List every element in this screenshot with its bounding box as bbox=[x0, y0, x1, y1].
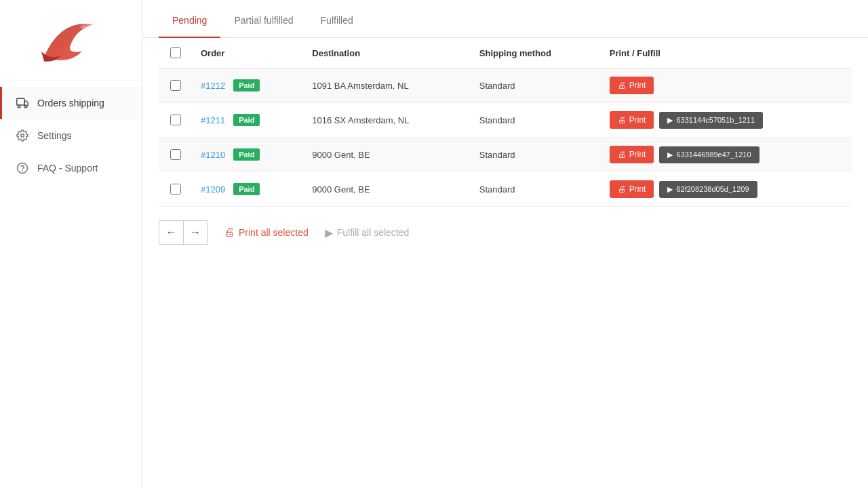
truck-icon bbox=[16, 96, 29, 110]
destination-column-header: Destination bbox=[304, 38, 471, 68]
action-cell: 🖨 Print ▶ 6331446989e47_1210 bbox=[601, 138, 852, 172]
select-all-column bbox=[159, 38, 193, 68]
logo-icon bbox=[27, 14, 115, 68]
sidebar-item-faq[interactable]: FAQ - Support bbox=[0, 152, 142, 184]
print-all-selected-button[interactable]: 🖨 Print all selected bbox=[224, 226, 309, 239]
print-button[interactable]: 🖨 Print bbox=[610, 146, 654, 163]
svg-rect-0 bbox=[17, 98, 24, 105]
order-cell: #1209 Paid bbox=[193, 172, 304, 207]
fulfill-icon: ▶ bbox=[667, 116, 673, 125]
table-row: #1210 Paid 9000 Gent, BEStandard 🖨 Print… bbox=[159, 138, 852, 172]
paid-badge: Paid bbox=[233, 183, 260, 195]
paid-badge: Paid bbox=[233, 79, 260, 92]
order-cell: #1211 Paid bbox=[193, 103, 304, 138]
order-link[interactable]: #1211 bbox=[201, 115, 225, 125]
order-link[interactable]: #1212 bbox=[201, 81, 225, 91]
shipping-method-cell: Standard bbox=[471, 103, 601, 138]
svg-point-3 bbox=[21, 134, 24, 138]
print-icon: 🖨 bbox=[618, 115, 626, 125]
svg-point-2 bbox=[24, 105, 27, 108]
row-checkbox-cell bbox=[159, 68, 193, 103]
prev-page-button[interactable]: ← bbox=[159, 220, 183, 245]
row-checkbox-row-1212[interactable] bbox=[170, 80, 181, 91]
destination-cell: 1091 BA Amsterdam, NL bbox=[304, 68, 471, 103]
tabs-bar: Pending Partial fulfilled Fulfilled bbox=[142, 0, 868, 38]
fulfill-button[interactable]: ▶ 62f208238d05d_1209 bbox=[659, 181, 757, 198]
row-checkbox-row-1210[interactable] bbox=[170, 149, 181, 160]
next-page-button[interactable]: → bbox=[183, 220, 208, 245]
fulfill-button[interactable]: ▶ 6331144c57051b_1211 bbox=[659, 112, 763, 129]
destination-cell: 9000 Gent, BE bbox=[304, 138, 471, 172]
question-icon bbox=[16, 161, 29, 175]
sidebar-item-label: FAQ - Support bbox=[37, 163, 98, 174]
print-icon: 🖨 bbox=[618, 150, 626, 159]
action-cell: 🖨 Print ▶ 6331144c57051b_1211 bbox=[601, 103, 852, 138]
order-link[interactable]: #1210 bbox=[201, 150, 225, 160]
fulfill-button[interactable]: ▶ 6331446989e47_1210 bbox=[659, 146, 759, 163]
destination-cell: 1016 SX Amsterdam, NL bbox=[304, 103, 471, 138]
logo bbox=[0, 0, 142, 81]
order-cell: #1212 Paid bbox=[193, 68, 304, 103]
fulfill-bulk-icon: ▶ bbox=[325, 226, 333, 239]
sidebar-item-orders-shipping[interactable]: Orders shipping bbox=[0, 87, 142, 119]
content-area: Pending Partial fulfilled Fulfilled bbox=[142, 0, 868, 488]
sidebar-item-settings[interactable]: Settings bbox=[0, 119, 142, 152]
print-fulfill-column-header: Print / Fulfill bbox=[601, 38, 852, 68]
orders-table-container: Order Destination Shipping method Print … bbox=[142, 38, 868, 207]
sidebar-item-label: Settings bbox=[37, 130, 72, 141]
sidebar: Orders shipping Settings FAQ - Support bbox=[0, 0, 142, 488]
print-button[interactable]: 🖨 Print bbox=[610, 111, 654, 129]
shipping-method-cell: Standard bbox=[471, 138, 601, 172]
table-row: #1212 Paid 1091 BA Amsterdam, NLStandard… bbox=[159, 68, 852, 103]
row-checkbox-cell bbox=[159, 172, 193, 207]
select-all-checkbox[interactable] bbox=[170, 47, 181, 58]
shipping-method-column-header: Shipping method bbox=[471, 38, 601, 68]
tab-fulfilled[interactable]: Fulfilled bbox=[307, 4, 367, 38]
paid-badge: Paid bbox=[233, 148, 260, 161]
destination-cell: 9000 Gent, BE bbox=[304, 172, 471, 207]
bottom-bar: ← → 🖨 Print all selected ▶ Fulfill all s… bbox=[142, 207, 868, 258]
action-cell: 🖨 Print bbox=[601, 68, 852, 103]
main-content: Pending Partial fulfilled Fulfilled bbox=[142, 0, 868, 488]
order-cell: #1210 Paid bbox=[193, 138, 304, 172]
table-header-row: Order Destination Shipping method Print … bbox=[159, 38, 852, 68]
row-checkbox-row-1211[interactable] bbox=[170, 115, 181, 125]
orders-table: Order Destination Shipping method Print … bbox=[159, 38, 852, 207]
tab-pending[interactable]: Pending bbox=[159, 4, 220, 38]
paid-badge: Paid bbox=[233, 114, 260, 126]
sidebar-item-label: Orders shipping bbox=[37, 98, 104, 108]
shipping-method-cell: Standard bbox=[471, 68, 601, 103]
pagination: ← → bbox=[159, 220, 208, 245]
sidebar-nav: Orders shipping Settings FAQ - Support bbox=[0, 81, 142, 184]
print-icon: 🖨 bbox=[618, 184, 626, 194]
shipping-method-cell: Standard bbox=[471, 172, 601, 207]
fulfill-icon: ▶ bbox=[667, 150, 673, 159]
order-link[interactable]: #1209 bbox=[201, 184, 225, 195]
fulfill-all-selected-button[interactable]: ▶ Fulfill all selected bbox=[325, 226, 410, 239]
row-checkbox-cell bbox=[159, 138, 193, 172]
table-row: #1209 Paid 9000 Gent, BEStandard 🖨 Print… bbox=[159, 172, 852, 207]
fulfill-icon: ▶ bbox=[667, 185, 673, 194]
print-icon: 🖨 bbox=[618, 81, 626, 90]
tab-partial-fulfilled[interactable]: Partial fulfilled bbox=[220, 4, 307, 38]
row-checkbox-cell bbox=[159, 103, 193, 138]
order-column-header: Order bbox=[193, 38, 304, 68]
row-checkbox-row-1209[interactable] bbox=[170, 184, 181, 195]
action-cell: 🖨 Print ▶ 62f208238d05d_1209 bbox=[601, 172, 852, 207]
print-button[interactable]: 🖨 Print bbox=[610, 77, 654, 94]
table-row: #1211 Paid 1016 SX Amsterdam, NLStandard… bbox=[159, 103, 852, 138]
svg-point-1 bbox=[18, 105, 20, 108]
gear-icon bbox=[16, 129, 29, 142]
print-button[interactable]: 🖨 Print bbox=[610, 180, 654, 198]
print-bulk-icon: 🖨 bbox=[224, 226, 235, 239]
